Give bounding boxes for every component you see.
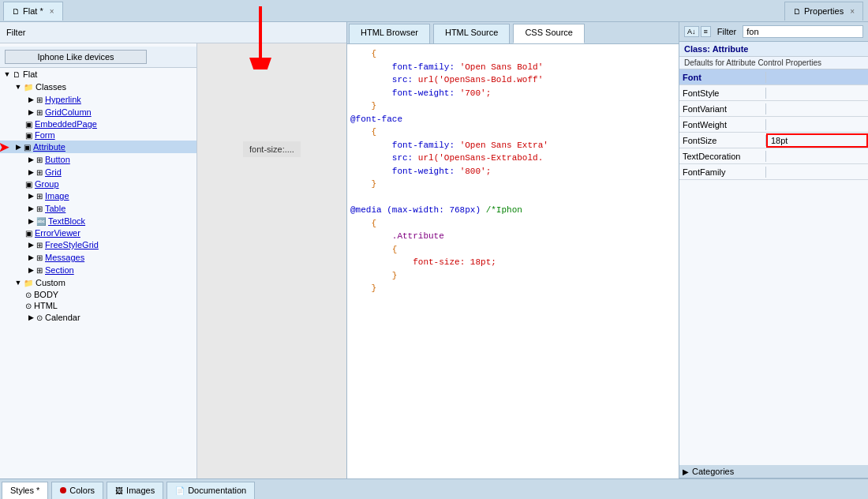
props-categories-header[interactable]: ▶ Categories bbox=[679, 465, 868, 478]
props-row-fontsize[interactable]: FontSize 18pt bbox=[679, 133, 868, 148]
left-panel: Filter Iphone Like devices ▼ 🗋 Fl bbox=[0, 22, 347, 478]
tab-html-browser[interactable]: HTML Browser bbox=[349, 24, 430, 43]
expand-table[interactable]: ▶ bbox=[25, 203, 36, 214]
tree-item-textblock[interactable]: ▶ 🔤 TextBlock bbox=[0, 215, 196, 227]
flat-tab-close[interactable]: × bbox=[50, 7, 54, 16]
expand-flat[interactable]: ▼ bbox=[2, 69, 13, 80]
calendar-icon: ⊙ bbox=[36, 313, 43, 322]
tree-item-hyperlink[interactable]: ▶ ⊞ Hyperlink bbox=[0, 93, 196, 106]
expand-textblock[interactable]: ▶ bbox=[25, 216, 36, 227]
iphone-devices-button[interactable]: Iphone Like devices bbox=[5, 50, 147, 64]
expand-image[interactable]: ▶ bbox=[25, 190, 36, 201]
tree-item-freestylegrid[interactable]: ▶ ⊞ FreeStyleGrid bbox=[0, 238, 196, 251]
tree-item-gridcolumn[interactable]: ▶ ⊞ GridColumn bbox=[0, 106, 196, 118]
code-content: { font-family: 'Open Sans Bold' src: url… bbox=[350, 47, 675, 295]
embeddedpage-label: EmbeddedPage bbox=[35, 119, 97, 129]
sort-alpha-button[interactable]: A↓ bbox=[684, 26, 699, 37]
tree-item-table[interactable]: ▶ ⊞ Table bbox=[0, 202, 196, 215]
font-value[interactable] bbox=[766, 77, 868, 78]
fontsize-label: FontSize bbox=[679, 135, 766, 146]
textdecoration-value[interactable] bbox=[766, 156, 868, 157]
props-filter-input[interactable] bbox=[743, 25, 863, 38]
props-row-fontvariant[interactable]: FontVariant bbox=[679, 101, 868, 117]
sort-cat-button[interactable]: ≡ bbox=[701, 26, 711, 37]
tree-item-errorviewer[interactable]: ▣ ErrorViewer bbox=[0, 227, 196, 238]
bottom-tab-images[interactable]: 🖼 Images bbox=[107, 482, 163, 499]
expand-custom[interactable]: ▼ bbox=[13, 277, 24, 288]
props-tab-close[interactable]: × bbox=[850, 7, 855, 16]
tree-item-group[interactable]: ▣ Group bbox=[0, 178, 196, 189]
fontstyle-value[interactable] bbox=[766, 92, 868, 94]
bottom-tab-styles[interactable]: Styles * bbox=[2, 482, 48, 499]
props-row-fontfamily[interactable]: FontFamily bbox=[679, 164, 868, 180]
tab-html-source[interactable]: HTML Source bbox=[433, 24, 510, 43]
html-icon: ⊙ bbox=[25, 302, 32, 310]
tree-item-image[interactable]: ▶ ⊞ Image bbox=[0, 189, 196, 202]
fontvariant-value[interactable] bbox=[766, 108, 868, 110]
expand-calendar[interactable]: ▶ bbox=[25, 312, 36, 323]
props-tab-label: Properties bbox=[804, 6, 844, 16]
tree-item-html[interactable]: ⊙ HTML bbox=[0, 300, 196, 311]
colors-dot-icon bbox=[60, 487, 66, 493]
tree-item-form[interactable]: ▣ Form bbox=[0, 129, 196, 141]
props-row-fontstyle[interactable]: FontStyle bbox=[679, 85, 868, 101]
preview-panel: font-size:.... bbox=[197, 43, 346, 478]
docs-tab-icon: 📄 bbox=[175, 486, 185, 495]
colors-tab-label: Colors bbox=[69, 486, 95, 495]
fontweight-value[interactable] bbox=[766, 124, 868, 126]
calendar-label: Calendar bbox=[45, 313, 80, 322]
expand-gridcolumn[interactable]: ▶ bbox=[25, 107, 36, 118]
tree-item-custom[interactable]: ▼ 📁 Custom bbox=[0, 276, 196, 289]
tree-item-flat[interactable]: ▼ 🗋 Flat bbox=[0, 68, 196, 81]
embeddedpage-icon: ▣ bbox=[25, 120, 32, 129]
tree-item-attribute[interactable]: ➤ ▶ ▣ Attribute bbox=[0, 141, 196, 153]
flat-label: Flat bbox=[23, 69, 37, 79]
left-content: Iphone Like devices ▼ 🗋 Flat ▼ 📁 Classes bbox=[0, 43, 346, 478]
props-row-fontweight[interactable]: FontWeight bbox=[679, 117, 868, 133]
fontfamily-value[interactable] bbox=[766, 171, 868, 173]
props-row-textdecoration[interactable]: TextDecoration bbox=[679, 148, 868, 164]
expand-grid[interactable]: ▶ bbox=[25, 167, 36, 178]
freestylegrid-icon: ⊞ bbox=[36, 241, 43, 250]
code-area[interactable]: { font-family: 'Open Sans Bold' src: url… bbox=[347, 44, 679, 478]
tree-item-grid[interactable]: ▶ ⊞ Grid bbox=[0, 166, 196, 178]
code-panel: HTML Browser HTML Source CSS Source { fo… bbox=[347, 22, 679, 478]
expand-section[interactable]: ▶ bbox=[25, 265, 36, 276]
bottom-tab-bar: Styles * Colors 🖼 Images 📄 Documentation bbox=[0, 478, 868, 499]
tab-css-source[interactable]: CSS Source bbox=[513, 24, 585, 43]
hyperlink-icon: ⊞ bbox=[36, 96, 43, 104]
messages-icon: ⊞ bbox=[36, 253, 43, 262]
expand-hyperlink[interactable]: ▶ bbox=[25, 94, 36, 105]
expand-classes[interactable]: ▼ bbox=[13, 81, 24, 92]
categories-expand-icon: ▶ bbox=[683, 467, 689, 476]
app-container: 🗋 Flat * × 🗋 Properties × Filter bbox=[0, 0, 868, 499]
tree-item-embeddedpage[interactable]: ▣ EmbeddedPage bbox=[0, 118, 196, 129]
tree-item-classes[interactable]: ▼ 📁 Classes bbox=[0, 81, 196, 93]
tab-properties[interactable]: 🗋 Properties × bbox=[784, 2, 863, 21]
tree-item-body[interactable]: ⊙ BODY bbox=[0, 289, 196, 300]
expand-freestylegrid[interactable]: ▶ bbox=[25, 239, 36, 250]
fontsize-value[interactable]: 18pt bbox=[766, 133, 868, 148]
tree-item-messages[interactable]: ▶ ⊞ Messages bbox=[0, 251, 196, 264]
classes-icon: 📁 bbox=[24, 83, 33, 92]
textblock-label: TextBlock bbox=[48, 216, 85, 226]
expand-attribute[interactable]: ▶ bbox=[13, 141, 24, 152]
tab-flat[interactable]: 🗋 Flat * × bbox=[3, 2, 63, 21]
props-subtitle: Defaults for Attribute Control Propertie… bbox=[679, 57, 868, 69]
body-label: BODY bbox=[34, 290, 58, 299]
custom-label: Custom bbox=[36, 278, 65, 287]
bottom-tab-documentation[interactable]: 📄 Documentation bbox=[166, 482, 255, 499]
group-label: Group bbox=[35, 179, 59, 189]
bottom-tab-colors[interactable]: Colors bbox=[51, 482, 103, 499]
expand-messages[interactable]: ▶ bbox=[25, 252, 36, 263]
tree-item-section[interactable]: ▶ ⊞ Section bbox=[0, 264, 196, 276]
table-label: Table bbox=[45, 204, 65, 213]
code-tab-bar: HTML Browser HTML Source CSS Source bbox=[347, 22, 679, 44]
button-icon: ⊞ bbox=[36, 156, 43, 164]
tree-item-button[interactable]: ▶ ⊞ Button bbox=[0, 153, 196, 166]
content-area: Filter Iphone Like devices ▼ 🗋 Fl bbox=[0, 22, 868, 478]
tree-item-calendar[interactable]: ▶ ⊙ Calendar bbox=[0, 311, 196, 324]
props-row-font[interactable]: Font bbox=[679, 69, 868, 85]
props-tab-icon: 🗋 bbox=[793, 7, 801, 16]
expand-button[interactable]: ▶ bbox=[25, 154, 36, 165]
